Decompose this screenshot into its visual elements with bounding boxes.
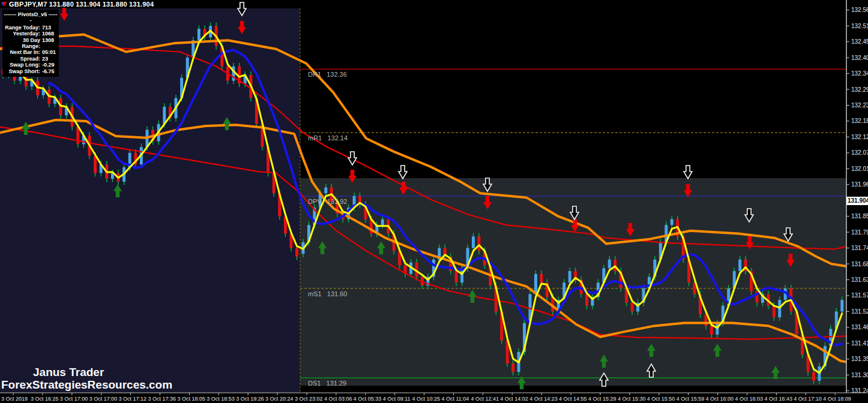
mt4-chart-window: GBPJPY,M7 131.880 131.904 131.880 131.90… (0, 0, 868, 403)
info-row-value: 1308 (42, 37, 58, 50)
info-row-value: 713 (42, 25, 58, 31)
time-tick-label: 4 Oct 16:43 (764, 396, 792, 402)
price-tick-label: 132.235 (851, 102, 868, 109)
price-tick-label: 131.740 (851, 245, 868, 251)
info-row-value: 1068 (42, 31, 58, 37)
info-row: Yesterday:1068 (4, 31, 58, 37)
time-tick-label: 4 Oct 11:04 (442, 396, 469, 402)
time-tick-label: 4 Oct 15:59 (677, 396, 705, 402)
pivot-label-mr1: mR1 132.14 (308, 134, 348, 142)
price-tick-label: 131.300 (851, 372, 868, 378)
time-tick-label: 4 Oct 16:03 (735, 396, 764, 402)
info-row-label: Spread: (4, 56, 42, 62)
info-row-label: Range Today: (4, 25, 42, 31)
info-row: 30 Day Range:1308 (4, 37, 58, 50)
time-tick-label: 3 Oct 23:02 (295, 396, 323, 402)
pivots-panel-header: ------- PivotsD_v5 ------ (4, 11, 58, 24)
price-tick-label: 131.850 (851, 213, 868, 219)
price-tick-label: 131.575 (851, 292, 868, 299)
time-tick-label: 4 Oct 17:10 (794, 396, 822, 402)
info-row-label: Yesterday: (4, 31, 42, 37)
price-tick-label: 131.685 (851, 261, 868, 267)
info-row: Next Bar In:05:01 (4, 49, 58, 55)
current-price-marker: 131.904 (846, 197, 868, 205)
price-tick-label: 132.565 (851, 7, 868, 13)
time-tick-label: 4 Oct 09:11 (383, 396, 411, 402)
info-row-value: -0.29 (42, 62, 58, 68)
chart-title-ohlc: GBPJPY,M7 131.880 131.904 131.880 131.90… (9, 1, 154, 8)
watermark-line1: Janus Trader (1, 366, 172, 378)
pivot-label-dr1: DR1 132.36 (308, 71, 347, 78)
time-tick-label: 4 Oct 05:33 (354, 396, 382, 402)
watermark-line2: ForexStrategiesResources.com (1, 378, 172, 391)
time-tick-label: 4 Oct 16:00 (706, 396, 734, 402)
pivot-label-dpv: DPV 131.92 (308, 198, 347, 205)
time-axis[interactable]: 3 Oct 20193 Oct 16:253 Oct 17:003 Oct 17… (0, 393, 868, 403)
time-tick-label: 3 Oct 19:26 (236, 396, 264, 402)
info-row-label: Next Bar In: (4, 49, 42, 55)
candlestick-chart-canvas[interactable]: 132.565132.510132.455132.400132.345132.2… (0, 0, 868, 403)
price-tick-label: 132.510 (851, 23, 868, 29)
time-tick-label: 3 Oct 17:12 (119, 396, 147, 402)
info-row-value: 05:01 (42, 49, 58, 55)
time-tick-label: 4 Oct 15:30 (618, 396, 646, 402)
watermark: Janus Trader ForexStrategiesResources.co… (1, 366, 172, 391)
price-tick-label: 132.015 (851, 166, 868, 172)
time-tick-label: 3 Oct 17:00 (60, 396, 88, 402)
price-tick-label: 132.455 (851, 38, 868, 45)
info-row: Swap Short:-6.75 (4, 68, 58, 74)
time-tick-label: 4 Oct 15:50 (647, 396, 675, 402)
price-tick-label: 131.630 (851, 276, 868, 283)
time-tick-label: 4 Oct 15:29 (588, 396, 616, 402)
price-tick-label: 131.795 (851, 229, 868, 236)
time-tick-label: 3 Oct 17:36 (148, 396, 176, 402)
pivot-label-ds1: DS1 131.29 (308, 380, 346, 387)
time-tick-label: 4 Oct 12:41 (471, 396, 499, 402)
price-tick-label: 131.355 (851, 356, 868, 362)
info-row-label: 30 Day Range: (4, 37, 42, 50)
price-tick-label: 132.070 (851, 149, 868, 156)
price-tick-label: 131.465 (851, 324, 868, 330)
time-tick-label: 3 Oct 16:25 (31, 396, 59, 402)
time-tick-label: 3 Oct 18:53 (206, 396, 235, 402)
info-row-label: Swap Long: (4, 62, 42, 68)
time-tick-label: 4 Oct 10:25 (412, 396, 441, 402)
time-tick-label: 4 Oct 14:23 (529, 396, 558, 402)
chart-symbol-icon[interactable] (1, 1, 8, 7)
info-row-label: Swap Short: (4, 68, 42, 74)
pivots-info-panel: ------- PivotsD_v5 ------ Range Today:71… (2, 10, 59, 77)
info-row-value: -6.75 (42, 68, 58, 74)
price-tick-label: 132.290 (851, 86, 868, 93)
price-tick-label: 131.520 (851, 308, 868, 315)
info-row: Spread:23 (4, 56, 58, 62)
time-tick-label: 4 Oct 03:06 (324, 396, 352, 402)
price-tick-label: 132.345 (851, 70, 868, 77)
time-tick-label: 3 Oct 2019 (1, 396, 28, 402)
pivot-label-ms1: mS1 131.60 (308, 290, 347, 297)
price-tick-label: 132.400 (851, 55, 868, 61)
price-tick-label: 131.410 (851, 340, 868, 347)
time-tick-label: 4 Oct 18:09 (823, 396, 851, 402)
time-tick-label: 4 Oct 14:02 (500, 396, 528, 402)
info-row: Range Today:713 (4, 25, 58, 31)
info-row: Swap Long:-0.29 (4, 62, 58, 68)
price-tick-label: 131.960 (851, 181, 868, 188)
price-tick-label: 132.180 (851, 118, 868, 124)
price-tick-label: 132.125 (851, 134, 868, 140)
time-tick-label: 3 Oct 18:05 (177, 396, 205, 402)
time-tick-label: 4 Oct 14:55 (559, 396, 587, 402)
info-row-value: 23 (42, 56, 58, 62)
time-tick-label: 3 Oct 20:24 (265, 396, 294, 402)
time-tick-label: 3 Oct 17:00 (89, 396, 118, 402)
